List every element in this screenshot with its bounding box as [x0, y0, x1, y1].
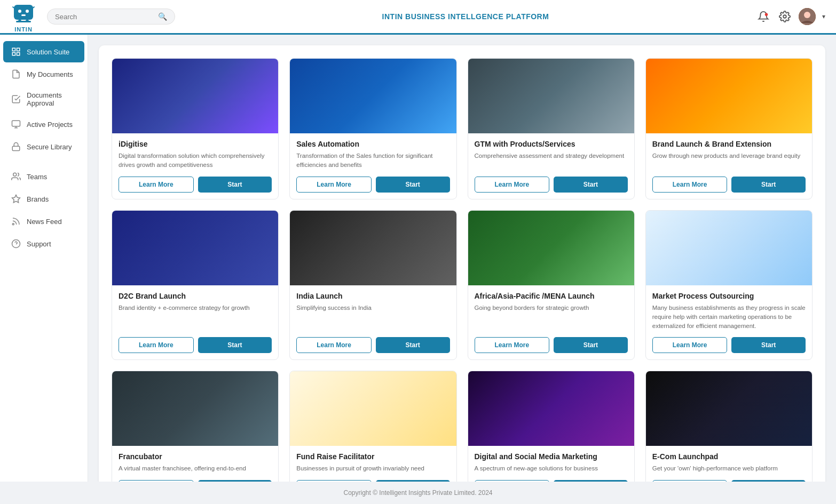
card-ecom: E-Com Launchpad Get your 'own' high-perf…	[645, 371, 813, 482]
sidebar-item-teams[interactable]: Teams	[3, 166, 84, 187]
search-input[interactable]	[55, 13, 156, 21]
card-body-ecom: E-Com Launchpad Get your 'own' high-perf…	[646, 446, 812, 482]
svg-rect-14	[17, 48, 20, 51]
card-africa-launch: Africa/Asia-Pacific /MENA Launch Going b…	[468, 210, 635, 361]
card-actions-idigitise: Learn More Start	[119, 177, 272, 193]
card-desc-idigitise: Digital transformation solution which co…	[119, 151, 272, 170]
svg-rect-17	[12, 121, 20, 126]
card-desc-africa-launch: Going beyond borders for strategic growt…	[475, 303, 628, 331]
learn-more-button-gtm[interactable]: Learn More	[475, 177, 550, 193]
card-brand-launch: Brand Launch & Brand Extension Grow thro…	[645, 58, 813, 199]
card-desc-fund-raise: Businesses in pursuit of growth invariab…	[296, 464, 449, 473]
card-d2c: D2C Brand Launch Brand identity + e-comm…	[112, 210, 279, 361]
search-box[interactable]: 🔍	[47, 9, 175, 25]
card-body-sales-automation: Sales Automation Transformation of the S…	[290, 133, 456, 199]
user-dropdown-arrow[interactable]: ▾	[822, 13, 825, 20]
svg-rect-3	[21, 14, 26, 16]
brands-icon	[11, 194, 21, 204]
support-icon	[11, 238, 21, 249]
teams-icon	[11, 171, 21, 182]
sidebar-item-label: Teams	[27, 173, 47, 181]
learn-more-button-sales-automation[interactable]: Learn More	[296, 177, 372, 193]
card-title-africa-launch: Africa/Asia-Pacific /MENA Launch	[475, 292, 628, 300]
card-actions-sales-automation: Learn More Start	[296, 177, 449, 193]
sidebar-item-news-feed[interactable]: News Feed	[3, 211, 84, 232]
card-body-digital-social: Digital and Social Media Marketing A spe…	[468, 446, 634, 482]
learn-more-button-brand-launch[interactable]: Learn More	[652, 177, 728, 193]
svg-rect-33	[646, 211, 812, 285]
sidebar-item-label: Active Projects	[27, 121, 73, 129]
copyright-text: Copyright © Intelligent Insights Private…	[344, 489, 493, 497]
sidebar-item-solution-suite[interactable]: Solution Suite	[3, 41, 84, 62]
avatar[interactable]	[799, 8, 816, 25]
learn-more-button-idigitise[interactable]: Learn More	[119, 177, 194, 193]
start-button-sales-automation[interactable]: Start	[376, 177, 450, 193]
cards-grid: iDigitise Digital transformation solutio…	[112, 58, 813, 482]
card-desc-d2c: Brand identity + e-commerce strategy for…	[119, 303, 272, 331]
top-actions: ▾	[756, 8, 825, 25]
svg-rect-37	[646, 371, 812, 446]
start-button-d2c[interactable]: Start	[198, 337, 272, 353]
card-body-gtm: GTM with Products/Services Comprehensive…	[468, 133, 634, 199]
card-desc-francubator: A virtual master franchisee, offering en…	[119, 464, 272, 473]
card-body-brand-launch: Brand Launch & Brand Extension Grow thro…	[646, 133, 812, 199]
start-button-india-launch[interactable]: Start	[376, 337, 450, 353]
card-title-francubator: Francubator	[119, 452, 272, 461]
sidebar-item-label: News Feed	[27, 218, 62, 226]
sidebar-item-support[interactable]: Support	[3, 233, 84, 254]
svg-rect-35	[290, 371, 456, 446]
learn-more-button-mpo[interactable]: Learn More	[652, 337, 728, 353]
learn-more-button-d2c[interactable]: Learn More	[119, 337, 194, 353]
card-title-fund-raise: Fund Raise Facilitator	[296, 452, 449, 461]
content-panel: iDigitise Digital transformation solutio…	[99, 45, 825, 482]
card-desc-ecom: Get your 'own' high-performance web plat…	[652, 464, 806, 473]
sidebar-item-label: Solution Suite	[27, 48, 69, 56]
start-button-gtm[interactable]: Start	[554, 177, 628, 193]
card-image-ecom	[646, 371, 812, 446]
sidebar-item-brands[interactable]: Brands	[3, 188, 84, 210]
sidebar-item-label: My Documents	[27, 70, 73, 78]
notification-icon[interactable]	[756, 9, 771, 24]
sidebar-item-label: Brands	[27, 195, 49, 203]
start-button-brand-launch[interactable]: Start	[731, 177, 806, 193]
learn-more-button-africa-launch[interactable]: Learn More	[475, 337, 550, 353]
sidebar-item-documents-approval[interactable]: Documents Approval	[3, 86, 84, 113]
card-image-mpo	[646, 211, 812, 285]
svg-rect-29	[646, 59, 812, 133]
svg-rect-32	[468, 211, 634, 285]
svg-point-1	[18, 10, 21, 13]
svg-rect-36	[468, 371, 634, 446]
search-icon: 🔍	[158, 12, 167, 21]
sidebar-item-secure-library[interactable]: Secure Library	[3, 136, 84, 157]
svg-point-12	[804, 12, 810, 18]
card-body-francubator: Francubator A virtual master franchisee,…	[112, 446, 278, 482]
platform-title: INTIN BUSINESS INTELLGENCE PLATFORM	[175, 12, 756, 21]
start-button-africa-launch[interactable]: Start	[554, 337, 628, 353]
svg-marker-22	[12, 195, 20, 203]
learn-more-button-india-launch[interactable]: Learn More	[296, 337, 372, 353]
card-actions-africa-launch: Learn More Start	[475, 337, 628, 353]
settings-icon[interactable]	[777, 9, 792, 24]
svg-rect-16	[17, 53, 20, 55]
svg-point-23	[12, 223, 14, 225]
card-image-d2c	[112, 211, 278, 285]
card-idigitise: iDigitise Digital transformation solutio…	[112, 58, 279, 199]
card-body-mpo: Market Process Outsourcing Many business…	[646, 285, 812, 360]
card-title-gtm: GTM with Products/Services	[475, 140, 628, 148]
svg-rect-0	[14, 5, 33, 20]
my-documents-icon	[11, 69, 21, 79]
logo-area: INTIN	[11, 1, 36, 33]
card-desc-sales-automation: Transformation of the Sales function for…	[296, 151, 449, 170]
card-actions-brand-launch: Learn More Start	[652, 177, 806, 193]
top-bar: INTIN 🔍 INTIN BUSINESS INTELLGENCE PLATF…	[0, 0, 836, 35]
sidebar-item-active-projects[interactable]: Active Projects	[3, 114, 84, 135]
sidebar-item-my-documents[interactable]: My Documents	[3, 63, 84, 85]
svg-point-2	[26, 10, 29, 13]
svg-rect-27	[290, 59, 456, 133]
card-sales-automation: Sales Automation Transformation of the S…	[289, 58, 456, 199]
start-button-mpo[interactable]: Start	[731, 337, 806, 353]
svg-rect-30	[112, 211, 278, 285]
start-button-idigitise[interactable]: Start	[198, 177, 272, 193]
secure-library-icon	[11, 141, 21, 152]
logo-icon	[11, 1, 36, 26]
